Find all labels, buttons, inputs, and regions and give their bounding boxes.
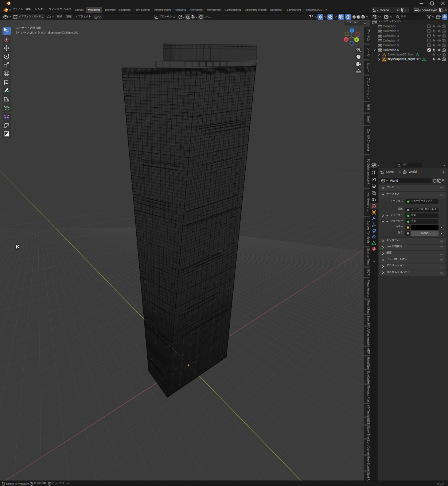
svg-text:Y: Y	[356, 38, 358, 41]
svg-text:X: X	[345, 38, 347, 41]
svg-text:Z: Z	[351, 29, 353, 32]
